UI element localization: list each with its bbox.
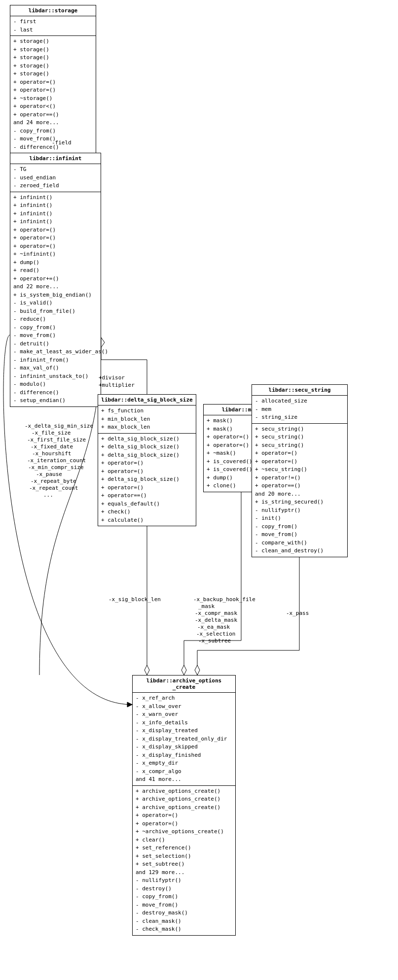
x-subtree-label: -x_subtree (198, 638, 231, 644)
infinint-box: libdar::infinint - TG - used_endian - ze… (10, 153, 101, 407)
infinint-fields: - TG - used_endian - zeroed_field (10, 164, 101, 192)
x-file-size-label: -x_file_size (32, 430, 71, 436)
mask-sub-label: _mask (198, 603, 215, 609)
svg-marker-7 (127, 702, 132, 707)
x-repeat-count-label: -x_repeat_count (29, 485, 78, 491)
secu-string-fields: - allocated_size - mem - string_size (252, 396, 347, 424)
x-fixed-date-label: -x_fixed_date (31, 443, 73, 450)
x-selection-label: -x_selection (196, 631, 235, 637)
x-first-file-size-label: -x_first_file_size (27, 437, 86, 443)
storage-fields: - first - last (10, 16, 96, 36)
archive-options-create-fields: - x_ref_arch - x_allow_over - x_warn_ove… (133, 693, 235, 786)
secu-string-box: libdar::secu_string - allocated_size - m… (252, 384, 348, 557)
x-delta-sig-min-size-label: -x_delta_sig_min_size (25, 423, 93, 429)
x-iteration-count-label: -x_iteration_count (27, 457, 86, 464)
infinint-title: libdar::infinint (10, 153, 101, 164)
svg-marker-5 (181, 665, 186, 675)
archive-options-create-box: libdar::archive_options_create - x_ref_a… (132, 675, 236, 936)
x-delta-mask-label: -x_delta_mask (195, 617, 237, 623)
divisor-label: +divisor (99, 374, 125, 381)
ellipsis-label: ... (43, 492, 53, 498)
x-pass-label: -x_pass (286, 610, 309, 616)
infinint-methods: + infinint() + infinint() + infinint() +… (10, 192, 101, 406)
delta-sig-block-size-title: libdar::delta_sig_block_size (98, 395, 196, 406)
delta-sig-block-size-fields: + fs_function + min_block_len + max_bloc… (98, 406, 196, 434)
archive-options-create-methods: + archive_options_create() + archive_opt… (133, 786, 235, 935)
secu-string-methods: + secu_string() + secu_string() + secu_s… (252, 424, 347, 557)
delta-sig-block-size-methods: + delta_sig_block_size() + delta_sig_blo… (98, 434, 196, 526)
archive-options-create-title: libdar::archive_options_create (133, 676, 235, 693)
x-hourshift-label: -x_hourshift (32, 450, 71, 457)
x-backup-hook-file-label: -x_backup_hook_file (193, 596, 255, 603)
secu-string-title: libdar::secu_string (252, 385, 347, 396)
storage-title: libdar::storage (10, 5, 96, 16)
x-pause-label: -x_pause (36, 471, 62, 477)
x-min-compr-size-label: -x_min_compr_size (28, 464, 84, 471)
x-repeat-byte-label: -x_repeat_byte (31, 478, 76, 484)
delta-sig-block-size-box: libdar::delta_sig_block_size + fs_functi… (98, 394, 196, 526)
multiplier-label: +multiplier (99, 382, 135, 388)
x-sig-block-len-label: -x_sig_block_len (109, 596, 161, 603)
x-ea-mask-label: -x_ea_mask (197, 624, 230, 630)
field-label: -field (52, 139, 72, 146)
svg-marker-6 (195, 665, 200, 675)
x-compr-mask-label: -x_compr_mask (195, 610, 237, 616)
svg-marker-4 (145, 665, 149, 675)
